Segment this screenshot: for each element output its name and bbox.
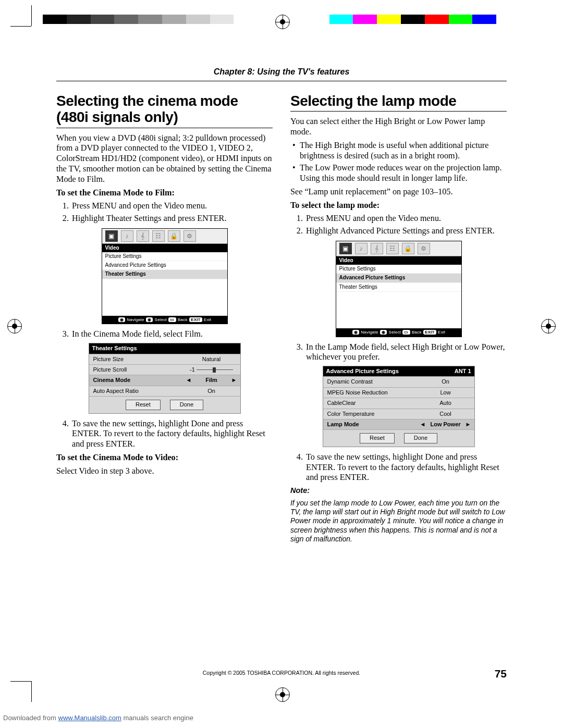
settings-row: CableClearAuto bbox=[323, 398, 474, 408]
osd-menu-video-advanced: ▣ ♪ 𝄞 ☷ 🔒 ⚙ Video Picture SettingsAdvanc… bbox=[336, 241, 462, 337]
page-number: 75 bbox=[495, 668, 507, 680]
divider bbox=[56, 81, 507, 81]
heading-cinema-mode: Selecting the cinema mode (480i signals … bbox=[56, 93, 273, 126]
copyright: Copyright © 2005 TOSHIBA CORPORATION. Al… bbox=[0, 670, 563, 676]
osd-menu-item: Picture Settings bbox=[336, 265, 461, 274]
osd-tabbar: ▣ ♪ 𝄞 ☷ 🔒 ⚙ bbox=[336, 241, 461, 256]
osd-menu-item: Picture Settings bbox=[102, 252, 227, 261]
left-column: Selecting the cinema mode (480i signals … bbox=[56, 88, 273, 547]
osd-navbar: ◉ Navigate ◉ Select ▭ Back EXIT Exit bbox=[102, 316, 227, 324]
osd-section-label: Video bbox=[336, 256, 461, 265]
tab-icon: ⚙ bbox=[183, 230, 196, 242]
step-1: Press MENU and open the Video menu. bbox=[71, 201, 273, 212]
table-title: Theater Settings bbox=[92, 345, 137, 352]
heading-lamp-mode: Selecting the lamp mode bbox=[290, 93, 507, 109]
table-title-right: ANT 1 bbox=[455, 368, 471, 375]
note-body: If you set the lamp mode to Low Power, e… bbox=[290, 499, 507, 544]
osd-menu-video-theater: ▣ ♪ 𝄞 ☷ 🔒 ⚙ Video Picture SettingsAdvanc… bbox=[102, 228, 228, 325]
osd-menu-item: Theater Settings bbox=[336, 283, 461, 292]
body-text: Select Video in step 3 above. bbox=[56, 466, 273, 477]
tab-icon: ☷ bbox=[152, 230, 165, 242]
subheading-video: To set the Cinema Mode to Video: bbox=[56, 453, 178, 462]
tab-icon: 🔒 bbox=[402, 243, 414, 254]
right-column: Selecting the lamp mode You can select e… bbox=[290, 88, 507, 547]
crop-mark-tl bbox=[10, 5, 31, 26]
tab-video-icon: ▣ bbox=[105, 230, 118, 242]
chapter-header: Chapter 8: Using the TV's features bbox=[0, 67, 563, 77]
subheading-select-lamp: To select the lamp mode: bbox=[290, 201, 380, 210]
tab-icon: 𝄞 bbox=[137, 230, 149, 242]
note-label: Note: bbox=[290, 486, 507, 496]
done-button: Done bbox=[404, 433, 437, 443]
tab-icon: ♪ bbox=[355, 243, 368, 254]
step-4: To save the new settings, highlight Done… bbox=[71, 419, 273, 450]
divider bbox=[56, 128, 273, 128]
registration-mark-bottom bbox=[275, 687, 290, 702]
registration-mark-right bbox=[541, 319, 556, 334]
tab-icon: ⚙ bbox=[418, 243, 430, 254]
settings-row: Picture SizeNatural bbox=[89, 354, 240, 364]
done-button: Done bbox=[170, 400, 203, 410]
osd-tabbar: ▣ ♪ 𝄞 ☷ 🔒 ⚙ bbox=[102, 229, 227, 244]
crop-mark-bl bbox=[10, 681, 31, 702]
step-2: Highlight Theater Settings and press ENT… bbox=[71, 214, 273, 224]
theater-settings-table: Theater Settings Picture SizeNaturalPict… bbox=[89, 343, 241, 413]
step-2: Highlight Advanced Picture Settings and … bbox=[305, 226, 507, 237]
table-title: Advanced Picture Settings bbox=[326, 368, 399, 375]
tab-icon: ☷ bbox=[386, 243, 399, 254]
osd-menu-item: Theater Settings bbox=[102, 270, 227, 279]
osd-menu-item: Advanced Picture Settings bbox=[102, 261, 227, 270]
see-reference: See “Lamp unit replacement” on page 103–… bbox=[290, 187, 507, 198]
download-footer: Downloaded from www.Manualslib.com manua… bbox=[3, 714, 193, 722]
settings-row: Dynamic ContrastOn bbox=[323, 376, 474, 387]
reset-button: Reset bbox=[360, 433, 395, 443]
settings-row: Cinema ModeFilm◄► bbox=[89, 375, 240, 385]
bullet-low-power: The Low Power mode reduces wear on the p… bbox=[300, 163, 507, 184]
settings-row: Lamp ModeLow Power◄► bbox=[323, 419, 474, 429]
divider bbox=[290, 111, 507, 112]
registration-mark-left bbox=[7, 319, 22, 334]
intro-text: You can select either the High Bright or… bbox=[290, 117, 507, 138]
tab-icon: 𝄞 bbox=[371, 243, 383, 254]
step-3: In the Lamp Mode field, select High Brig… bbox=[305, 342, 507, 363]
subheading-film: To set the Cinema Mode to Film: bbox=[56, 188, 175, 198]
osd-section-label: Video bbox=[102, 244, 227, 252]
intro-text: When you view a DVD (480i signal; 3:2 pu… bbox=[56, 133, 273, 185]
osd-menu-item: Advanced Picture Settings bbox=[336, 274, 461, 282]
tab-icon: 🔒 bbox=[168, 230, 180, 242]
registration-mark-top bbox=[275, 15, 290, 29]
bullet-high-bright: The High Bright mode is useful when addi… bbox=[300, 141, 507, 162]
settings-row: Picture Scroll-1 bbox=[89, 364, 240, 375]
step-3: In the Cinema Mode field, select Film. bbox=[71, 329, 273, 340]
step-1: Press MENU and open the Video menu. bbox=[305, 214, 507, 224]
step-4: To save the new settings, highlight Done… bbox=[305, 452, 507, 483]
settings-row: Auto Aspect RatioOn bbox=[89, 386, 240, 396]
osd-navbar: ◉ Navigate ◉ Select ▭ Back EXIT Exit bbox=[336, 328, 461, 337]
manualslib-link[interactable]: www.Manualslib.com bbox=[58, 714, 121, 722]
tab-video-icon: ▣ bbox=[339, 243, 352, 254]
tab-icon: ♪ bbox=[121, 230, 133, 242]
settings-row: Color TemperatureCool bbox=[323, 409, 474, 419]
advanced-picture-settings-table: Advanced Picture Settings ANT 1 Dynamic … bbox=[323, 366, 475, 447]
settings-row: MPEG Noise ReductionLow bbox=[323, 387, 474, 398]
reset-button: Reset bbox=[126, 400, 161, 410]
